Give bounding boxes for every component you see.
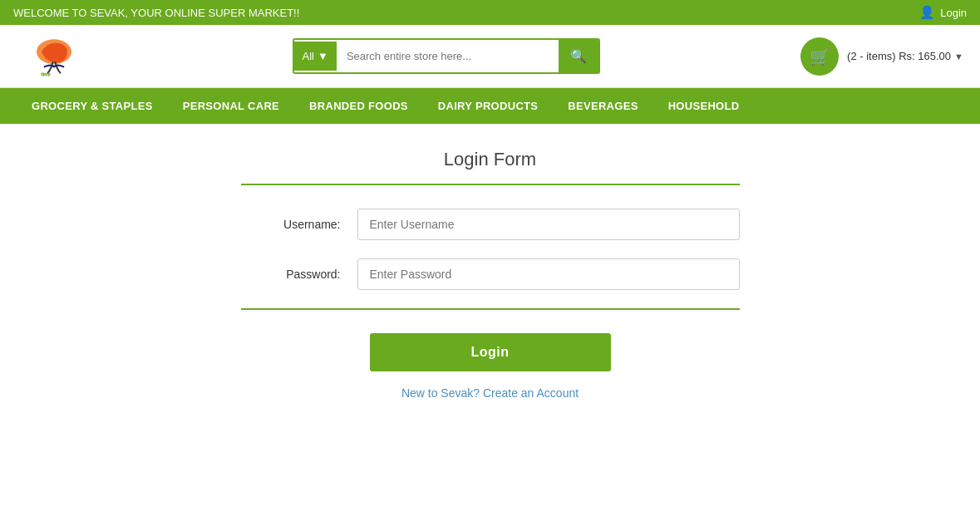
nav-item-beverages[interactable]: BEVERAGES — [553, 88, 653, 124]
divider-top — [241, 184, 740, 185]
nav-item-household[interactable]: HOUSEHOLD — [653, 88, 755, 124]
password-label: Password: — [241, 268, 357, 281]
register-text: New to Sevak? Create an Account — [401, 386, 579, 400]
top-banner: WELCOME TO SEVAK, YOUR ONLINE SUPER MARK… — [0, 0, 980, 25]
logo-area[interactable]: सेवक — [17, 33, 91, 79]
nav-item-branded-foods[interactable]: BRANDED FOODS — [294, 88, 423, 124]
nav-item-grocery[interactable]: GROCERY & STAPLES — [17, 88, 168, 124]
category-label: All — [303, 50, 314, 62]
banner-message: WELCOME TO SEVAK, YOUR ONLINE SUPER MARK… — [13, 7, 299, 19]
username-label: Username: — [241, 218, 357, 231]
chevron-down-icon: ▼ — [318, 50, 328, 62]
cart-items-label: (2 - items) Rs: 165.00 — [847, 50, 951, 62]
top-login-label: Login — [940, 7, 967, 19]
nav-item-personal-care[interactable]: PERSONAL CARE — [168, 88, 294, 124]
username-input[interactable] — [357, 209, 740, 240]
divider-bottom — [241, 308, 740, 310]
search-bar: All ▼ 🔍 — [293, 38, 600, 74]
search-icon: 🔍 — [570, 49, 587, 63]
login-btn-row: Login — [241, 333, 740, 371]
main-content: Login Form Username: Password: Login New… — [0, 124, 980, 450]
person-icon: 👤 — [919, 5, 935, 20]
cart-info: (2 - items) Rs: 165.00 ▼ — [847, 50, 963, 62]
search-input[interactable] — [337, 42, 559, 71]
login-button[interactable]: Login — [370, 333, 611, 371]
top-login-link[interactable]: 👤 Login — [919, 5, 967, 20]
header: सेवक All ▼ 🔍 🛒 (2 - items) Rs: 165.00 ▼ — [0, 25, 980, 88]
password-input[interactable] — [357, 258, 740, 290]
nav-item-dairy[interactable]: DAIRY PRODUCTS — [423, 88, 554, 124]
cart-area[interactable]: 🛒 (2 - items) Rs: 165.00 ▼ — [800, 37, 963, 76]
cart-icon: 🛒 — [800, 37, 839, 76]
login-form-title: Login Form — [241, 149, 740, 170]
cart-chevron-icon: ▼ — [954, 52, 963, 61]
login-container: Login Form Username: Password: Login New… — [241, 149, 740, 400]
search-button[interactable]: 🔍 — [559, 40, 598, 72]
password-group: Password: — [241, 258, 740, 290]
svg-text:सेवक: सेवक — [40, 71, 51, 77]
search-category-dropdown[interactable]: All ▼ — [294, 42, 337, 71]
register-link[interactable]: New to Sevak? Create an Account — [241, 386, 740, 400]
logo-icon: सेवक — [29, 33, 79, 79]
username-group: Username: — [241, 209, 740, 240]
nav-bar: GROCERY & STAPLES PERSONAL CARE BRANDED … — [0, 88, 980, 124]
